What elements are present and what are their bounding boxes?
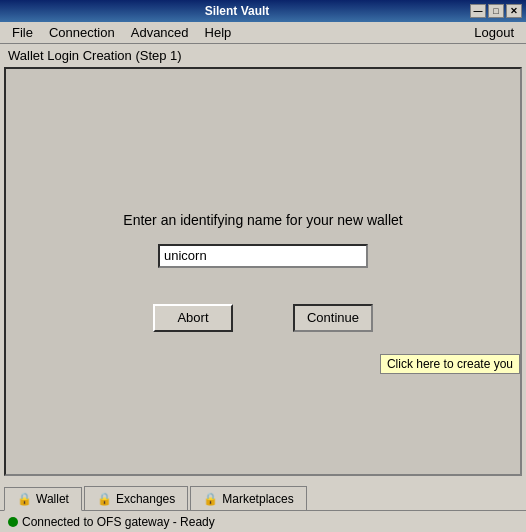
form-label: Enter an identifying name for your new w… <box>123 212 402 228</box>
maximize-button[interactable]: □ <box>488 4 504 18</box>
menu-connection[interactable]: Connection <box>41 23 123 42</box>
abort-button[interactable]: Abort <box>153 304 233 332</box>
tab-marketplaces[interactable]: 🔒 Marketplaces <box>190 486 306 510</box>
tabs-bar: 🔒 Wallet 🔒 Exchanges 🔒 Marketplaces <box>0 480 526 510</box>
continue-tooltip: Click here to create you <box>380 354 520 374</box>
title-bar-buttons: — □ ✕ <box>470 4 522 18</box>
tab-exchanges[interactable]: 🔒 Exchanges <box>84 486 188 510</box>
section-header: Wallet Login Creation (Step 1) <box>0 44 526 67</box>
status-bar: Connected to OFS gateway - Ready <box>0 510 526 532</box>
tab-marketplaces-label: Marketplaces <box>222 492 293 506</box>
tab-wallet-label: Wallet <box>36 492 69 506</box>
wallet-name-input[interactable] <box>158 244 368 268</box>
status-indicator <box>8 517 18 527</box>
wallet-form: Enter an identifying name for your new w… <box>123 212 402 332</box>
minimize-button[interactable]: — <box>470 4 486 18</box>
exchanges-icon: 🔒 <box>97 492 112 506</box>
menu-logout[interactable]: Logout <box>466 23 522 42</box>
menu-advanced[interactable]: Advanced <box>123 23 197 42</box>
button-row: Abort Continue <box>153 304 373 332</box>
title-bar: Silent Vault — □ ✕ <box>0 0 526 22</box>
menu-help[interactable]: Help <box>197 23 240 42</box>
title-bar-title: Silent Vault <box>4 4 470 18</box>
tab-wallet[interactable]: 🔒 Wallet <box>4 487 82 511</box>
status-text: Connected to OFS gateway - Ready <box>22 515 215 529</box>
content-area: Wallet Login Creation (Step 1) Enter an … <box>0 44 526 480</box>
menu-bar: File Connection Advanced Help Logout <box>0 22 526 44</box>
marketplaces-icon: 🔒 <box>203 492 218 506</box>
wallet-icon: 🔒 <box>17 492 32 506</box>
close-button[interactable]: ✕ <box>506 4 522 18</box>
main-panel: Enter an identifying name for your new w… <box>4 67 522 476</box>
continue-button[interactable]: Continue <box>293 304 373 332</box>
menu-file[interactable]: File <box>4 23 41 42</box>
tab-exchanges-label: Exchanges <box>116 492 175 506</box>
